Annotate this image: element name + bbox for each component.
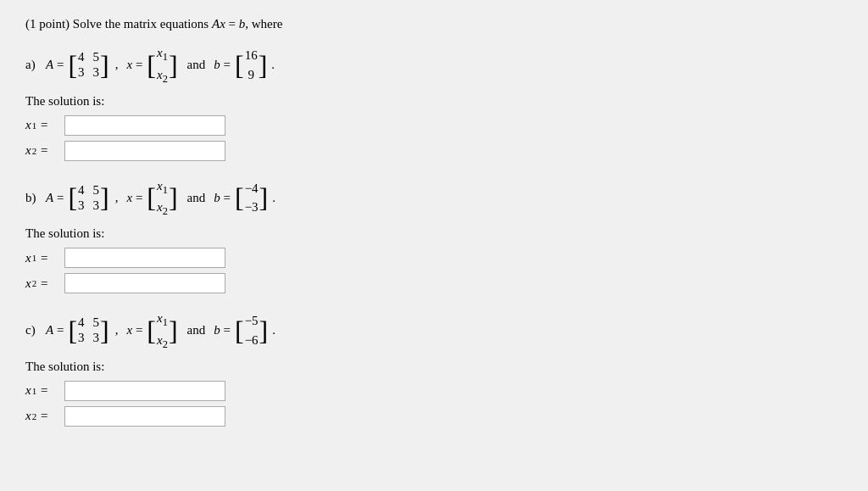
b-A-matrix: [ 4 5 3 3 ] [67,181,109,215]
part-a-b-expr: b = [ 16 9 ] . [214,46,275,84]
part-c-x1-label: x1 = [25,383,61,398]
part-c-x2-input[interactable] [64,406,225,427]
part-c-equation: c) A = [ 4 5 3 3 ] , x = [ x1 x2 [25,309,843,353]
b-A-eq-label: A = [46,191,64,205]
a-r1c1: 4 [78,50,85,64]
part-c-x2-row: x2 = [25,406,843,427]
part-c-x2-label: x2 = [25,409,61,423]
part-c: c) A = [ 4 5 3 3 ] , x = [ x1 x2 [25,309,843,427]
x-matrix: [ x1 x2 ] [146,43,178,87]
a-r2c2: 3 [93,65,100,80]
b2: 9 [248,65,254,85]
part-a: a) A = [ 4 5 3 3 ] , x = [ x1 [25,43,843,161]
b-A-values: 4 5 3 3 [78,181,99,215]
part-a-x2-label: x2 = [25,143,61,158]
part-c-x-expr: x = [ x1 x2 ] [126,309,178,353]
part-c-x1-row: x1 = [25,381,843,401]
and-word-b: and [187,191,206,205]
part-c-x1-input[interactable] [64,381,225,401]
part-a-x2-input[interactable] [64,141,225,161]
x-eq-label: x = [126,58,142,72]
part-b-x2-input[interactable] [64,273,225,293]
part-a-A-expr: A = [ 4 5 3 3 ] [46,48,110,81]
part-a-x1-label: x1 = [25,118,61,132]
part-a-label: a) [25,58,41,72]
A-values: 4 5 3 3 [78,48,99,81]
part-c-A-expr: A = [ 4 5 3 3 ] [46,314,110,347]
part-a-solution-label: The solution is: [25,94,843,109]
part-b: b) A = [ 4 5 3 3 ] , x = [ x1 x2 [25,176,843,294]
A-eq-label: A = [46,58,64,72]
part-c-label: c) [25,323,41,338]
part-a-x2-row: x2 = [25,141,843,161]
part-b-b-expr: b = [ −4 −3 ] . [214,179,275,217]
b1: 16 [245,46,258,65]
problem-header: (1 point) Solve the matrix equations Ax … [25,17,843,31]
and-word-c: and [187,323,206,338]
x-values: x1 x2 [157,43,168,87]
part-b-A-expr: A = [ 4 5 3 3 ] [46,181,110,215]
part-c-b-expr: b = [ −5 −6 ] . [214,311,275,349]
part-b-label: b) [25,191,41,205]
a-r2c1: 3 [78,65,85,80]
header-text: (1 point) Solve the matrix equations Ax … [25,17,282,31]
part-b-x1-input[interactable] [64,248,225,268]
part-b-x2-label: x2 = [25,276,61,291]
part-a-x1-input[interactable] [64,115,225,136]
a-r1c2: 5 [93,50,100,64]
part-b-solution-label: The solution is: [25,226,843,241]
part-b-x-expr: x = [ x1 x2 ] [126,176,178,220]
b-values: 16 9 [245,46,258,84]
part-b-x2-row: x2 = [25,273,843,293]
part-b-x1-label: x1 = [25,251,61,265]
A-matrix: [ 4 5 3 3 ] [67,48,109,81]
part-a-x-expr: x = [ x1 x2 ] [126,43,178,87]
x2: x2 [157,65,168,87]
part-b-equation: b) A = [ 4 5 3 3 ] , x = [ x1 x2 [25,176,843,220]
part-b-x1-row: x1 = [25,248,843,268]
b-matrix: [ 16 9 ] [234,46,268,84]
and-word-a: and [187,58,206,72]
b-eq-label: b = [214,58,231,72]
x1: x1 [157,43,168,65]
part-c-solution-label: The solution is: [25,360,843,374]
part-a-x1-row: x1 = [25,115,843,136]
part-a-equation: a) A = [ 4 5 3 3 ] , x = [ x1 [25,43,843,87]
